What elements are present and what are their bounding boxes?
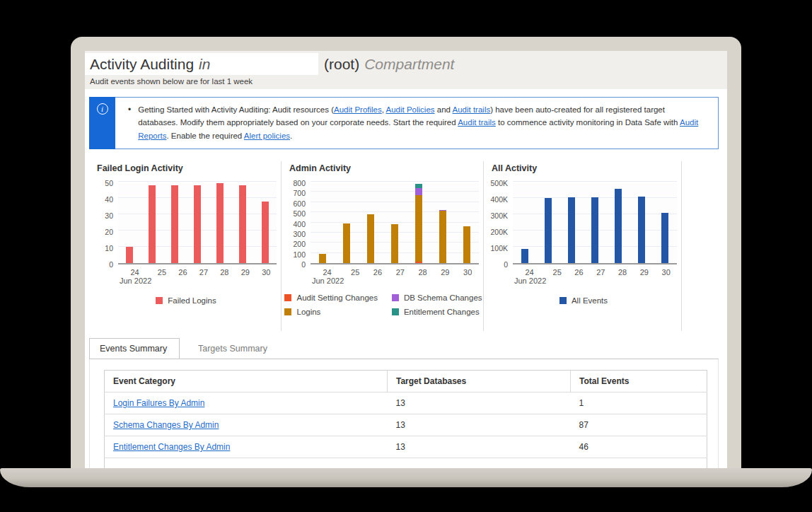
bar-slot [559, 183, 583, 263]
bar-28[interactable] [216, 183, 224, 263]
legend-item-logins: Logins [284, 308, 377, 316]
x-tick-label: 28 [412, 268, 434, 285]
bar-segment-failed-logins [262, 202, 269, 263]
y-tick-label: 20 [105, 228, 113, 236]
bar-segment-failed-logins [126, 247, 133, 263]
tab-targets-summary[interactable]: Targets Summary [180, 338, 286, 359]
total-events-cell: 1 [571, 392, 707, 414]
y-tick-label: 600 [293, 199, 306, 208]
banner-link-alert-policies[interactable]: Alert policies [244, 132, 290, 140]
title-row: Activity Auditing in (root) Compartment [85, 53, 454, 75]
event-category-cell: Schema Changes By Admin [105, 414, 388, 436]
bar-segment-all-events [521, 249, 528, 263]
event-category-link[interactable]: Schema Changes By Admin [113, 420, 219, 430]
x-tick-label: 30 [456, 268, 479, 285]
bar-27[interactable] [194, 185, 201, 263]
bar-27[interactable] [391, 224, 398, 263]
banner-link-audit-trails[interactable]: Audit trails [458, 118, 496, 127]
banner-link-audit-reports[interactable]: Audit Reports [138, 118, 698, 139]
bar-29[interactable] [638, 197, 645, 263]
bars [118, 183, 277, 263]
legend-item-audit-setting-changes: Audit Setting Changes [284, 293, 377, 302]
bar-28[interactable] [615, 189, 622, 263]
empty-cell [571, 458, 707, 469]
page: Activity Auditing in (root) Compartment … [0, 0, 812, 512]
event-category-cell: Entitlement Changes By Admin [105, 436, 388, 458]
x-tick-label: 26 [366, 268, 389, 285]
y-tick-label: 30 [105, 211, 113, 220]
banner-bullet: • [128, 105, 131, 144]
bar-26[interactable] [367, 214, 374, 263]
bar-slot [209, 183, 231, 263]
legend-swatch-icon [559, 297, 567, 304]
x-tick-label: 24Jun 2022 [513, 268, 546, 285]
bar-slot [118, 183, 141, 263]
legend-swatch-icon [392, 294, 399, 301]
y-tick-label: 800 [293, 179, 306, 187]
bar-30[interactable] [463, 226, 470, 263]
bar-25[interactable] [149, 185, 156, 263]
title-compartment: (root) Compartment [318, 56, 454, 73]
y-tick-label: 0 [301, 260, 306, 269]
banner-link-audit-trails[interactable]: Audit trails [453, 105, 491, 114]
y-tick-label: 400K [490, 195, 508, 204]
bar-29[interactable] [439, 210, 446, 263]
column-header-target-databases[interactable]: Target Databases [388, 371, 571, 392]
bar-slot [254, 183, 277, 263]
laptop-screen-frame: Activity Auditing in (root) Compartment … [71, 37, 741, 468]
legend-swatch-icon [156, 297, 163, 304]
page-header: Activity Auditing in (root) Compartment … [85, 51, 727, 89]
banner-link-audit-policies[interactable]: Audit Policies [386, 105, 435, 114]
charts-filler [682, 161, 723, 331]
y-axis: 0100200300400500600700800 [288, 183, 311, 264]
bar-24[interactable] [126, 247, 133, 263]
y-tick-label: 300 [293, 230, 306, 238]
tab-strip: Events SummaryTargets Summary [89, 338, 719, 359]
x-tick-label: 29 [633, 268, 655, 285]
bar-30[interactable] [661, 213, 668, 263]
banner-text: Getting Started with Activity Auditing: … [138, 103, 707, 144]
bar-29[interactable] [239, 185, 246, 263]
compartment-suffix: Compartment [364, 56, 454, 73]
y-tick-label: 100 [293, 250, 306, 259]
legend-item-failed-logins: Failed Logins [156, 296, 216, 305]
banner-link-audit-profiles[interactable]: Audit Profiles [334, 105, 382, 114]
bar-segment-failed-logins [149, 185, 156, 263]
table-row: Entitlement Changes By Admin1346 [105, 436, 707, 458]
empty-cell [388, 458, 571, 469]
gridline [311, 181, 479, 182]
bar-slot [359, 183, 383, 263]
tab-events-summary[interactable]: Events Summary [89, 338, 180, 359]
info-banner-accent: i [89, 97, 115, 149]
app-screen: Activity Auditing in (root) Compartment … [85, 51, 727, 468]
y-axis: 01020304050 [95, 183, 118, 264]
bar-slot [231, 183, 254, 263]
y-tick-label: 200 [293, 240, 306, 248]
x-tick-label: 28 [612, 268, 634, 285]
chart-admin-activity: Admin Activity01002003004005006007008002… [282, 161, 484, 331]
gridline [118, 181, 277, 182]
bar-28[interactable] [415, 184, 422, 263]
bars [311, 183, 479, 263]
column-header-total-events[interactable]: Total Events [571, 371, 707, 392]
bar-segment-logins [391, 224, 398, 263]
target-databases-cell: 13 [388, 392, 571, 414]
x-tick-label: 29 [434, 268, 456, 285]
event-category-link[interactable]: Entitlement Changes By Admin [113, 442, 230, 452]
bar-26[interactable] [568, 197, 575, 263]
bar-26[interactable] [171, 185, 178, 263]
bar-30[interactable] [262, 202, 269, 263]
x-tick-label: 28 [214, 268, 235, 285]
bar-25[interactable] [545, 198, 552, 263]
bar-slot [513, 183, 536, 263]
bar-segment-logins [463, 226, 470, 263]
bar-25[interactable] [343, 223, 350, 263]
event-category-link[interactable]: Login Failures By Admin [113, 398, 204, 408]
bar-24[interactable] [319, 254, 326, 263]
bar-27[interactable] [591, 197, 598, 263]
bar-segment-logins [415, 195, 422, 261]
column-header-event-category[interactable]: Event Category [105, 371, 388, 392]
bar-24[interactable] [521, 249, 528, 263]
x-tick-label: 26 [568, 268, 590, 285]
bar-slot [335, 183, 359, 263]
